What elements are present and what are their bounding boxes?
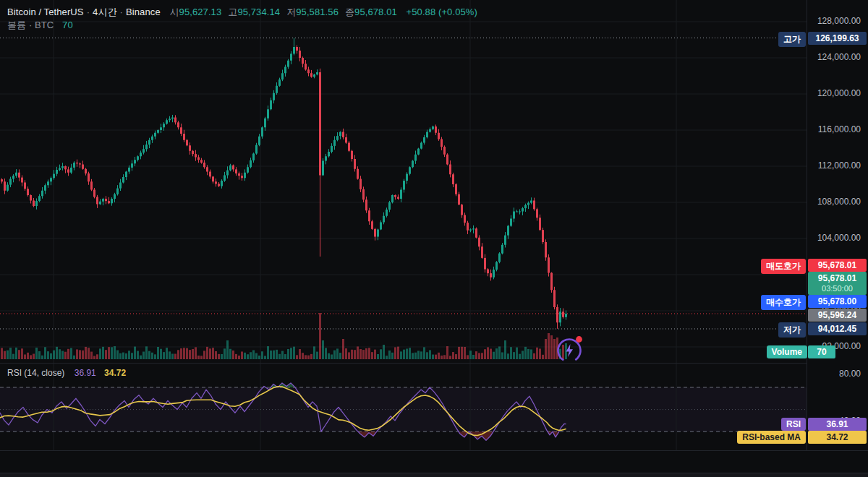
volume-indicator-tab: Volume (767, 345, 807, 358)
rsi-ma-tab: RSI-based MA (737, 431, 806, 444)
high-price-tab: 고가 (778, 32, 806, 47)
quick-trade-spark-icon[interactable] (553, 333, 586, 366)
price-axis-label: 104,000.00 (800, 233, 861, 243)
bid-price-tab[interactable]: 매수호가 (761, 295, 806, 310)
price-axis-label: 128,000.00 (800, 16, 861, 26)
main-chart-canvas[interactable] (0, 0, 807, 363)
price-axis-border (807, 0, 807, 450)
time-axis-border (0, 450, 868, 451)
rsi-axis-label: 80.00 (800, 369, 861, 379)
interval-label: 4시간 (93, 7, 117, 17)
high-price-badge: 126,199.63 (808, 32, 867, 45)
rsi-title[interactable]: RSI (14, close) (7, 368, 64, 378)
last-price-badge: 95,678.01 03:50:00 (808, 272, 867, 295)
symbol-legend: Bitcoin / TetherUS·4시간·Binance 시95,627.1… (7, 6, 477, 19)
ohlc-value: 95,627.13 (179, 7, 222, 17)
ohlc-label: 종 (345, 7, 354, 17)
ohlc-value: 95,678.01 (354, 7, 397, 17)
price-axis-label: 120,000.00 (800, 88, 861, 98)
ohlc-label: 시 (169, 7, 179, 17)
volume-legend-label[interactable]: 볼륨 · BTC (7, 20, 54, 30)
price-axis-label: 112,000.00 (800, 160, 861, 171)
low-price-badge: 94,012.45 (808, 322, 867, 335)
volume-legend-value: 70 (62, 20, 73, 30)
rsi-tab: RSI (781, 418, 806, 431)
volume-legend: 볼륨 · BTC 70 (7, 19, 73, 32)
ask-price-tab[interactable]: 매도호가 (761, 259, 806, 274)
price-axis[interactable]: 128,000.00124,000.00120,000.00116,000.00… (807, 0, 868, 450)
volume-value-badge: 70 (808, 345, 835, 358)
symbol-title[interactable]: Bitcoin / TetherUS·4시간·Binance (7, 7, 161, 17)
rsi-value-badge: 36.91 (808, 418, 867, 431)
window-bottom-strip (0, 473, 868, 477)
price-change: +50.88 (+0.05%) (407, 7, 477, 17)
prev-close-badge: 95,596.24 (808, 309, 867, 322)
bid-price-badge[interactable]: 95,678.00 (808, 295, 867, 308)
bar-countdown: 03:50:00 (808, 283, 867, 293)
ohlc-value: 95,734.14 (237, 7, 280, 17)
low-price-tab: 저가 (778, 322, 806, 338)
ask-price-badge[interactable]: 95,678.01 (808, 259, 867, 272)
exchange-label: Binance (126, 7, 161, 17)
price-axis-label: 108,000.00 (800, 197, 861, 207)
time-axis[interactable]: 9월10월11월12월 (0, 451, 807, 473)
rsi-ma-value-badge: 34.72 (808, 431, 867, 444)
ohlc-value: 95,581.56 (296, 7, 339, 17)
last-price-value: 95,678.01 (808, 273, 867, 283)
rsi-ma-legend-value: 34.72 (104, 368, 126, 378)
ohlc-label: 저 (286, 7, 296, 17)
trading-chart-window: Bitcoin / TetherUS·4시간·Binance 시95,627.1… (0, 0, 868, 477)
price-axis-label: 124,000.00 (800, 52, 861, 62)
rsi-legend: RSI (14, close) 36.91 34.72 (7, 368, 126, 378)
rsi-legend-value: 36.91 (75, 368, 96, 378)
ohlc-label: 고 (228, 7, 237, 17)
ohlc-values: 시95,627.13고95,734.14저95,581.56종95,678.01 (163, 7, 396, 17)
pane-separator[interactable] (0, 363, 807, 364)
price-axis-label: 116,000.00 (800, 124, 861, 134)
